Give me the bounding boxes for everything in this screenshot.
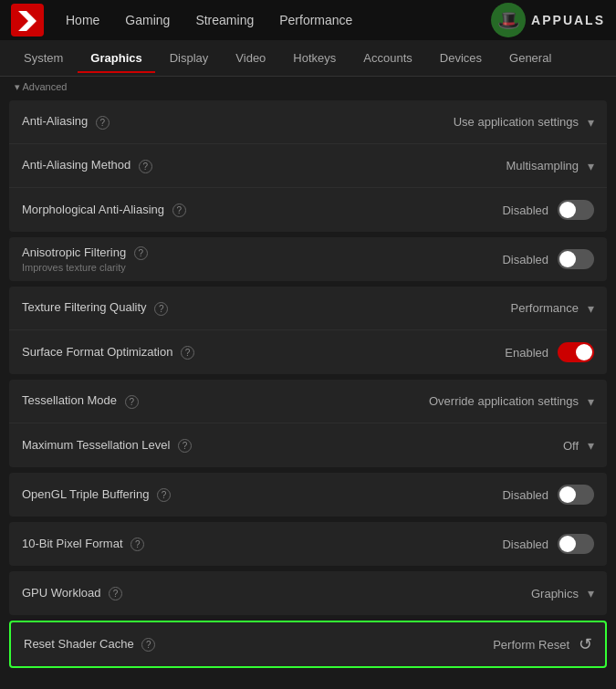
- row-reset-shader: Reset Shader Cache ? Perform Reset ↺: [11, 622, 605, 666]
- group-reset-shader: Reset Shader Cache ? Perform Reset ↺: [9, 621, 607, 668]
- text-anisotropic: Disabled: [502, 253, 548, 266]
- amd-logo: [11, 4, 44, 37]
- info-surface-format[interactable]: ?: [181, 346, 194, 360]
- toggle-morphological[interactable]: [558, 200, 594, 220]
- row-opengl-buffering: OpenGL Triple Buffering ? Disabled: [9, 473, 607, 517]
- sub-navigation: System Graphics Display Video Hotkeys Ac…: [0, 40, 616, 77]
- toggle-pixel-format[interactable]: [558, 534, 594, 554]
- dropdown-texture-filtering[interactable]: ▾: [588, 301, 594, 316]
- watermark-icon: 🎩: [491, 3, 526, 37]
- label-tessellation-level: Maximum Tessellation Level ?: [22, 438, 412, 453]
- group-antialiasing: Anti-Aliasing ? Use application settings…: [9, 100, 607, 232]
- value-tessellation-mode: Override application settings ▾: [412, 394, 594, 409]
- value-anti-aliasing-method: Multisampling ▾: [412, 159, 594, 173]
- subnav-devices[interactable]: Devices: [427, 44, 495, 72]
- row-anti-aliasing-method: Anti-Aliasing Method ? Multisampling ▾: [9, 144, 607, 188]
- label-morphological: Morphological Anti-Aliasing ?: [22, 203, 412, 217]
- value-surface-format: Enabled: [412, 342, 594, 362]
- text-anti-aliasing: Use application settings: [454, 115, 579, 129]
- dropdown-gpu-workload[interactable]: ▾: [588, 586, 594, 600]
- text-opengl-buffering: Disabled: [502, 488, 548, 502]
- group-pixel-format: 10-Bit Pixel Format ? Disabled: [9, 522, 607, 566]
- dropdown-anti-aliasing-method[interactable]: ▾: [588, 159, 594, 173]
- value-anti-aliasing: Use application settings ▾: [412, 115, 594, 130]
- info-morphological[interactable]: ?: [172, 204, 186, 217]
- reset-shader-button[interactable]: ↺: [579, 634, 592, 654]
- info-anisotropic[interactable]: ?: [134, 246, 148, 260]
- row-tessellation-level: Maximum Tessellation Level ? Off ▾: [9, 423, 607, 467]
- info-texture-filtering[interactable]: ?: [154, 302, 168, 316]
- nav-performance[interactable]: Performance: [268, 7, 363, 33]
- group-opengl: OpenGL Triple Buffering ? Disabled: [9, 473, 607, 517]
- info-gpu-workload[interactable]: ?: [109, 587, 122, 600]
- info-anti-aliasing-method[interactable]: ?: [139, 160, 152, 173]
- subnav-display[interactable]: Display: [157, 44, 222, 72]
- subnav-system[interactable]: System: [11, 44, 76, 72]
- value-texture-filtering: Performance ▾: [412, 301, 594, 316]
- info-opengl-buffering[interactable]: ?: [157, 488, 171, 502]
- info-tessellation-level[interactable]: ?: [178, 439, 192, 453]
- nav-home[interactable]: Home: [55, 7, 110, 33]
- text-anti-aliasing-method: Multisampling: [506, 159, 579, 172]
- dropdown-anti-aliasing[interactable]: ▾: [588, 115, 594, 130]
- group-gpu-workload: GPU Workload ? Graphics ▾: [9, 571, 607, 615]
- subnav-hotkeys[interactable]: Hotkeys: [280, 44, 349, 72]
- label-pixel-format: 10-Bit Pixel Format ?: [22, 537, 412, 551]
- watermark: 🎩 APPUALS: [491, 3, 605, 37]
- text-tessellation-mode: Override application settings: [429, 394, 579, 408]
- value-reset-shader: Perform Reset ↺: [410, 634, 592, 654]
- label-reset-shader: Reset Shader Cache ?: [24, 637, 410, 652]
- text-texture-filtering: Performance: [511, 301, 579, 315]
- sublabel-anisotropic: Improves texture clarity: [22, 262, 412, 273]
- value-pixel-format: Disabled: [412, 534, 594, 554]
- top-navigation: Home Gaming Streaming Performance 🎩 APPU…: [0, 0, 616, 40]
- value-morphological: Disabled: [412, 200, 594, 220]
- toggle-surface-format[interactable]: [558, 342, 594, 362]
- text-tessellation-level: Off: [563, 439, 579, 453]
- text-reset-shader: Perform Reset: [493, 638, 569, 652]
- subnav-accounts[interactable]: Accounts: [350, 44, 424, 72]
- value-tessellation-level: Off ▾: [412, 438, 594, 453]
- label-anti-aliasing: Anti-Aliasing ?: [22, 114, 412, 129]
- value-opengl-buffering: Disabled: [412, 485, 594, 505]
- advanced-section-label: ▾ Advanced: [0, 77, 616, 100]
- label-anti-aliasing-method: Anti-Aliasing Method ?: [22, 158, 412, 172]
- value-gpu-workload: Graphics ▾: [412, 586, 594, 600]
- info-reset-shader[interactable]: ?: [141, 638, 155, 652]
- row-morphological: Morphological Anti-Aliasing ? Disabled: [9, 188, 607, 232]
- group-tessellation: Tessellation Mode ? Override application…: [9, 380, 607, 467]
- label-surface-format: Surface Format Optimization ?: [22, 345, 412, 360]
- toggle-opengl-buffering[interactable]: [558, 485, 594, 505]
- nav-streaming[interactable]: Streaming: [184, 7, 265, 33]
- label-gpu-workload: GPU Workload ?: [22, 586, 412, 600]
- label-tessellation-mode: Tessellation Mode ?: [22, 393, 412, 408]
- subnav-general[interactable]: General: [496, 44, 564, 72]
- value-anisotropic: Disabled: [412, 249, 594, 269]
- row-surface-format: Surface Format Optimization ? Enabled: [9, 330, 607, 374]
- row-tessellation-mode: Tessellation Mode ? Override application…: [9, 380, 607, 423]
- toggle-anisotropic[interactable]: [558, 249, 594, 269]
- dropdown-tessellation-mode[interactable]: ▾: [588, 394, 594, 409]
- text-pixel-format: Disabled: [502, 538, 548, 551]
- text-surface-format: Enabled: [505, 346, 548, 360]
- label-opengl-buffering: OpenGL Triple Buffering ?: [22, 487, 412, 502]
- group-texture: Texture Filtering Quality ? Performance …: [9, 287, 607, 374]
- label-anisotropic: Anisotropic Filtering ? Improves texture…: [22, 245, 412, 273]
- info-pixel-format[interactable]: ?: [131, 538, 144, 551]
- info-anti-aliasing[interactable]: ?: [96, 116, 110, 130]
- settings-container: Anti-Aliasing ? Use application settings…: [0, 100, 616, 687]
- info-tessellation-mode[interactable]: ?: [125, 395, 139, 409]
- row-texture-filtering: Texture Filtering Quality ? Performance …: [9, 287, 607, 330]
- nav-gaming[interactable]: Gaming: [114, 7, 181, 33]
- watermark-text: APPUALS: [531, 13, 605, 27]
- group-anisotropic: Anisotropic Filtering ? Improves texture…: [9, 237, 607, 281]
- text-gpu-workload: Graphics: [531, 587, 579, 600]
- label-texture-filtering: Texture Filtering Quality ?: [22, 300, 412, 315]
- subnav-graphics[interactable]: Graphics: [78, 44, 154, 72]
- subnav-video[interactable]: Video: [223, 44, 278, 72]
- row-anti-aliasing: Anti-Aliasing ? Use application settings…: [9, 100, 607, 144]
- row-gpu-workload: GPU Workload ? Graphics ▾: [9, 571, 607, 615]
- row-anisotropic: Anisotropic Filtering ? Improves texture…: [9, 237, 607, 281]
- text-morphological: Disabled: [502, 204, 548, 217]
- dropdown-tessellation-level[interactable]: ▾: [588, 438, 594, 453]
